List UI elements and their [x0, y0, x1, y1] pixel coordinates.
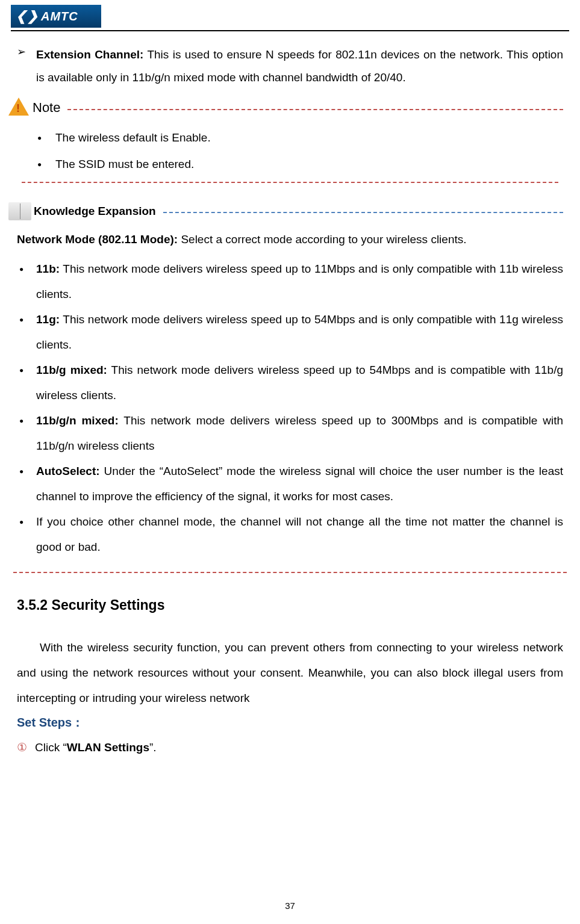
note-label: Note	[33, 100, 60, 116]
mode-label: AutoSelect:	[36, 465, 100, 477]
extension-channel-item: ➢ Extension Channel: This is used to ens…	[17, 43, 563, 89]
mode-item: AutoSelect: Under the “AutoSelect” mode …	[17, 459, 563, 509]
network-mode-desc: Select a correct mode according to your …	[178, 233, 466, 246]
network-mode-intro: Network Mode (802.11 Mode): Select a cor…	[17, 230, 563, 249]
brand-logo: ❮❯ AMTC	[11, 5, 101, 28]
page-content: ➢ Extension Channel: This is used to ens…	[0, 43, 580, 758]
step-text: Click “WLAN Settings”.	[35, 737, 157, 758]
step-number-icon: ①	[17, 737, 35, 758]
header-divider	[11, 30, 569, 31]
note-list: The wireless default is Enable. The SSID…	[17, 126, 563, 176]
mode-label: 11g:	[36, 313, 60, 326]
extension-channel-text: Extension Channel: This is used to ensur…	[36, 43, 563, 89]
page-number: 37	[0, 901, 580, 911]
header-logo-bar: ❮❯ AMTC	[0, 0, 580, 30]
chevron-right-icon: ➢	[17, 43, 36, 89]
mode-label: 11b/g mixed:	[36, 364, 107, 376]
extension-channel-label: Extension Channel:	[36, 48, 143, 61]
mode-item: If you choice other channel mode, the ch…	[17, 509, 563, 560]
note-item: The wireless default is Enable.	[37, 126, 563, 149]
mode-item: 11g: This network mode delivers wireless…	[17, 307, 563, 358]
mode-item: 11b/g/n mixed: This network mode deliver…	[17, 408, 563, 459]
security-paragraph: With the wireless security function, you…	[17, 635, 563, 711]
mode-list: 11b: This network mode delivers wireless…	[17, 256, 563, 560]
mode-desc: Under the “AutoSelect” mode the wireless…	[36, 465, 563, 503]
dash-divider	[13, 572, 567, 573]
section-heading: 3.5.2 Security Settings	[17, 597, 563, 613]
warning-icon	[8, 98, 31, 118]
logo-text: AMTC	[41, 10, 78, 23]
note-header: Note	[17, 98, 563, 118]
mode-desc: This network mode delivers wireless spee…	[36, 313, 563, 351]
knowledge-header: Knowledge Expansion	[17, 202, 563, 220]
mode-desc: If you choice other channel mode, the ch…	[36, 515, 563, 553]
knowledge-label: Knowledge Expansion	[34, 205, 156, 218]
step-suffix: ”.	[149, 741, 157, 754]
set-steps-label: Set Steps：	[17, 715, 563, 731]
note-dash-line	[67, 109, 563, 110]
mode-item: 11b/g mixed: This network mode delivers …	[17, 358, 563, 408]
mode-desc: This network mode delivers wireless spee…	[36, 364, 563, 402]
mode-desc: This network mode delivers wireless spee…	[36, 262, 563, 300]
step-prefix: Click “	[35, 741, 67, 754]
knowledge-dash-line	[163, 212, 563, 213]
step-row: ① Click “WLAN Settings”.	[17, 737, 563, 758]
note-item: The SSID must be entered.	[37, 153, 563, 176]
mode-label: 11b:	[36, 262, 60, 275]
network-mode-label: Network Mode (802.11 Mode):	[17, 233, 178, 246]
book-icon	[8, 202, 31, 220]
mode-item: 11b: This network mode delivers wireless…	[17, 256, 563, 307]
logo-symbol-icon: ❮❯	[16, 8, 39, 24]
step-bold: WLAN Settings	[67, 741, 149, 754]
dash-divider	[22, 182, 558, 183]
mode-label: 11b/g/n mixed:	[36, 414, 119, 427]
